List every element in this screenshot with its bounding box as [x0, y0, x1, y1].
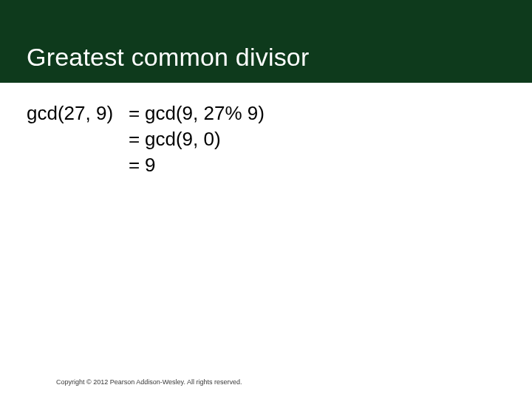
expr-eq: =: [129, 100, 145, 126]
expr-lhs: [27, 152, 129, 178]
expr-rhs: gcd(9, 0): [145, 126, 221, 152]
slide: Greatest common divisor gcd(27, 9) = gcd…: [0, 0, 532, 399]
copyright-footer: Copyright © 2012 Pearson Addison-Wesley.…: [56, 378, 242, 386]
title-band: Greatest common divisor: [0, 0, 532, 83]
slide-title: Greatest common divisor: [27, 43, 310, 72]
expr-rhs: gcd(9, 27% 9): [145, 100, 265, 126]
expr-rhs: 9: [145, 152, 155, 178]
body-row: gcd(27, 9) = gcd(9, 27% 9): [27, 100, 265, 126]
body-row: = 9: [27, 152, 265, 178]
expr-lhs: [27, 126, 129, 152]
expr-eq: =: [129, 152, 145, 178]
slide-body: gcd(27, 9) = gcd(9, 27% 9) = gcd(9, 0) =…: [27, 100, 265, 178]
expr-lhs: gcd(27, 9): [27, 100, 129, 126]
body-row: = gcd(9, 0): [27, 126, 265, 152]
expr-eq: =: [129, 126, 145, 152]
